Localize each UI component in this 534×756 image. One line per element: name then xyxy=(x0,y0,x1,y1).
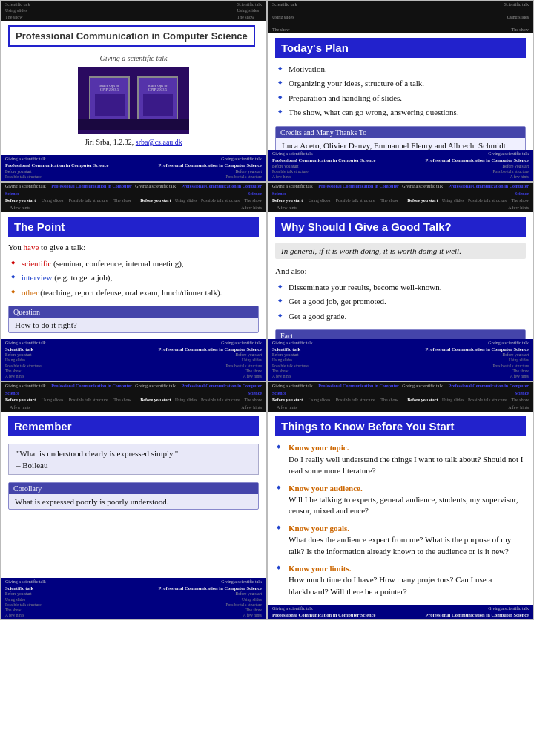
nav5-show: The show xyxy=(113,398,131,402)
item-topic: Know your topic. Do I really well unders… xyxy=(277,441,526,478)
nav4-possible: Possible talk structure xyxy=(336,198,375,203)
footer3r-sub4: The show xyxy=(158,369,262,374)
slide-2-title: Today's Plan xyxy=(275,38,526,58)
slide-4-also: And also: xyxy=(275,265,526,277)
footer3r-sub1: Before you start xyxy=(158,352,262,358)
nav5r-professional: Professional Communication in Computer S… xyxy=(182,384,262,395)
footer3r-sub2: Using slides xyxy=(158,358,262,363)
footer3-left-bold: Scientific talk xyxy=(5,346,46,352)
nav6-giving: Giving a scientific talk xyxy=(272,384,313,388)
footer1-right-top: Giving a scientific talk xyxy=(158,157,262,162)
slide-4: Giving a scientific talk Professional Co… xyxy=(267,182,534,381)
corollary-label: Corollary xyxy=(9,483,258,494)
author-email: srba@cs.aau.dk xyxy=(136,138,182,146)
nav3-hints: A few hints xyxy=(10,206,30,210)
slide-3-bullets: scientific (seminar, conference, interna… xyxy=(8,257,259,300)
know-audience-text: Will I be talking to experts, general au… xyxy=(289,495,518,515)
footer5r-sub4: The show xyxy=(158,608,262,613)
footer1-left-bold: Professional Communication in Computer S… xyxy=(5,162,109,168)
nav6-possible: Possible talk structure xyxy=(336,398,375,402)
nav5r-possible: Possible talk structure xyxy=(201,398,240,402)
nav4r-using: Using slides xyxy=(442,198,464,203)
footer4-sub3: Possible talk structure xyxy=(272,364,313,369)
slide-1-nav-header: Scientific talk Using slides The show Sc… xyxy=(1,1,266,21)
slide-1: Scientific talk Using slides The show Sc… xyxy=(0,0,267,182)
nav5r-before: Before you start xyxy=(140,398,171,402)
nav4r-giving: Giving a scientific talk xyxy=(402,184,443,188)
footer3-sub4: The show xyxy=(5,369,46,374)
footer4-sub4: The show xyxy=(272,369,313,374)
nav4-giving: Giving a scientific talk xyxy=(272,184,313,188)
quote-author: – Boileau xyxy=(16,461,251,470)
slide-2-credits-box: Credits and Many Thanks To Luca Aceto, O… xyxy=(275,126,526,154)
footer5-sub5: A few hints xyxy=(5,613,46,618)
nav1r-the-show: The show xyxy=(237,14,255,20)
corollary-content: What is expressed poorly is poorly under… xyxy=(9,494,258,509)
footer4-sub2: Using slides xyxy=(272,358,313,363)
nav1-using-slides: Using slides xyxy=(5,7,27,13)
nav6r-before: Before you start xyxy=(407,398,438,402)
footer1-right-bold: Professional Communication in Computer S… xyxy=(158,162,262,168)
nav6r-using: Using slides xyxy=(442,398,464,402)
footer6r-top: Giving a scientific talk xyxy=(425,606,529,612)
footer5-sub1: Before you start xyxy=(5,591,46,596)
footer1-left-sub2: Possible talk structure xyxy=(5,174,109,180)
nav6-hints: A few hints xyxy=(277,405,297,410)
slide-1-footer: Giving a scientific talk Professional Co… xyxy=(1,155,266,181)
slide-1-title: Professional Communication in Computer S… xyxy=(8,25,255,47)
slide-1-author: Jiri Srba, 1.2.32, srba@cs.aau.dk xyxy=(8,138,259,146)
audience-silhouette xyxy=(78,119,189,130)
nav6r-show: The show xyxy=(512,398,530,402)
footer4r-sub3: Possible talk structure xyxy=(425,364,529,369)
slide-5-corollary-box: Corollary What is expressed poorly is po… xyxy=(8,482,259,510)
slide-1-body: Professional Communication in Computer S… xyxy=(1,21,266,168)
footer1-right-sub2: Possible talk structure xyxy=(158,174,262,180)
footer2-sub2: Possible talk structure xyxy=(272,169,376,174)
nav6-using: Using slides xyxy=(309,398,331,402)
footer4r-sub5: A few hints xyxy=(425,374,529,379)
nav2r-show: The show xyxy=(504,27,530,33)
footer3-sub1: Before you start xyxy=(5,352,46,358)
footer3-sub3: Possible talk structure xyxy=(5,364,46,369)
item-limits: Know your limits. How much time do I hav… xyxy=(277,562,526,599)
footer5r-sub5: A few hints xyxy=(158,613,262,618)
slide-6-items: Know your topic. Do I really well unders… xyxy=(275,441,526,599)
nav6-before: Before you start xyxy=(272,398,303,402)
know-goals-label: Know your goals. xyxy=(289,524,349,533)
slide-5-quote: "What is understood clearly is expressed… xyxy=(8,444,259,475)
footer6-left-top: Giving a scientific talk xyxy=(272,606,376,612)
nav2-show: The show xyxy=(272,27,297,33)
nav4r-possible: Possible talk structure xyxy=(468,198,507,203)
footer3r-bold: Professional Communication in Computer S… xyxy=(158,346,262,352)
footer2-right-bold: Professional Communication in Computer S… xyxy=(425,157,529,163)
footer3r-top: Giving a scientific talk xyxy=(158,341,262,346)
nav4r-show: The show xyxy=(512,198,530,203)
nav3r-before: Before you start xyxy=(140,198,171,203)
footer1-left-top: Giving a scientific talk xyxy=(5,157,109,162)
nav3r-giving: Giving a scientific talk xyxy=(135,184,176,188)
know-topic-label: Know your topic. xyxy=(289,443,349,452)
footer4r-sub2: Using slides xyxy=(425,358,529,363)
nav6r-giving: Giving a scientific talk xyxy=(402,384,443,388)
bullet-organizing: Organizing your ideas, structure of a ta… xyxy=(278,76,526,91)
footer4r-sub1: Before you start xyxy=(425,352,529,358)
slide-2-nav-header: Scientific talk Using slides The show Sc… xyxy=(268,1,533,33)
nav1r-scientific: Scientific talk xyxy=(237,1,263,7)
nav4r-before: Before you start xyxy=(407,198,438,203)
footer2-right: Giving a scientific talk xyxy=(425,151,529,157)
footer4-sub5: A few hints xyxy=(272,374,313,379)
footer5r-sub1: Before you start xyxy=(158,591,262,596)
slide-6-footer: Giving a scientific talk Professional Co… xyxy=(268,605,533,619)
bullet-show: The show, what can go wrong, answering q… xyxy=(278,105,526,119)
nav1-scientific: Scientific talk xyxy=(5,1,30,7)
slide-6-body: Things to Know Before You Start Know you… xyxy=(268,412,533,606)
nav5-giving: Giving a scientific talk xyxy=(5,384,46,388)
nav2-using: Using slides xyxy=(272,14,297,20)
nav2r-using: Using slides xyxy=(504,14,530,20)
slide-3-title: The Point xyxy=(8,217,259,237)
quote-text: "What is understood clearly is expressed… xyxy=(16,449,251,458)
know-goals-text: What does the audience expect from me? W… xyxy=(289,535,511,555)
slide-3-footer: Giving a scientific talk Scientific talk… xyxy=(1,339,266,381)
footer5r-bold: Professional Communication in Computer S… xyxy=(158,585,262,591)
know-limits-label: Know your limits. xyxy=(289,564,351,573)
